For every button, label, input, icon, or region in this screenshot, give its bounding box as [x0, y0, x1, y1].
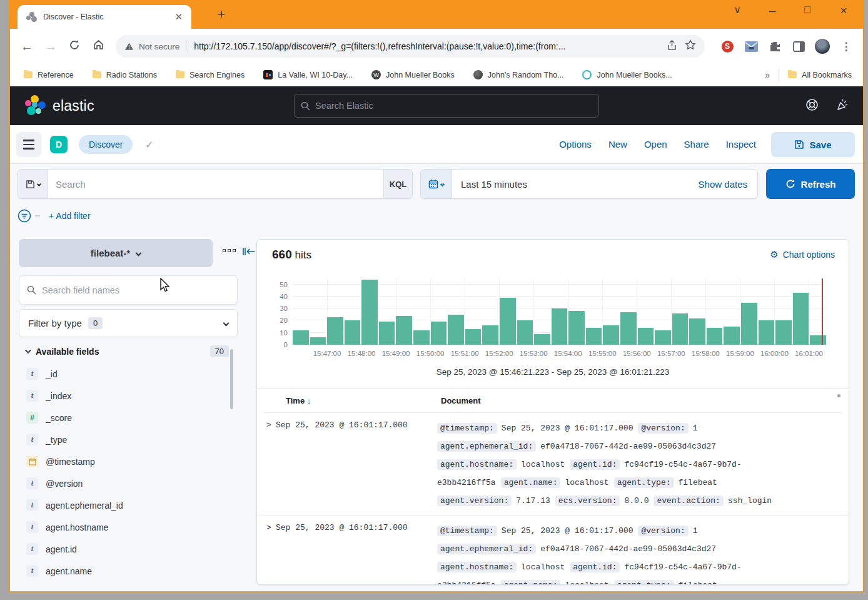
refresh-button[interactable]: Refresh: [766, 169, 855, 199]
filter-by-type[interactable]: Filter by type 0: [19, 309, 238, 337]
bookmarks-overflow-chevron[interactable]: »: [765, 70, 770, 80]
minimize-button[interactable]: –: [763, 4, 782, 18]
bookmark-star-icon[interactable]: [685, 39, 696, 53]
field-search[interactable]: [19, 275, 238, 305]
home-button[interactable]: [86, 39, 110, 54]
histogram-bar[interactable]: [379, 322, 395, 345]
histogram-bar[interactable]: [327, 317, 343, 345]
back-button[interactable]: ←: [15, 39, 39, 54]
histogram-bar[interactable]: [586, 328, 602, 345]
histogram-bar[interactable]: [568, 311, 585, 345]
share-icon[interactable]: [667, 40, 677, 53]
histogram-bar[interactable]: [810, 335, 826, 345]
space-badge[interactable]: D: [50, 136, 68, 153]
bookmark-item[interactable]: Search Engines: [176, 71, 245, 79]
histogram-bar[interactable]: [759, 320, 775, 345]
add-filter-button[interactable]: + Add filter: [49, 211, 91, 221]
field-item[interactable]: @timestamp: [19, 450, 231, 472]
field-item[interactable]: tagent.name: [19, 560, 231, 582]
bookmark-item[interactable]: John's Random Tho...: [473, 70, 564, 79]
histogram-bar[interactable]: [638, 328, 654, 345]
sort-descending-icon[interactable]: ↓: [307, 396, 311, 405]
menu-hamburger-icon[interactable]: [16, 132, 41, 157]
bookmark-item[interactable]: Reference: [24, 71, 74, 79]
histogram-bar[interactable]: [741, 303, 757, 345]
all-bookmarks[interactable]: All Bookmarks: [788, 71, 852, 79]
field-item[interactable]: tagent.id: [19, 538, 231, 560]
new-tab-button[interactable]: +: [213, 6, 230, 23]
histogram-bar[interactable]: [396, 316, 412, 345]
histogram-bar[interactable]: [793, 293, 809, 345]
chart-options-button[interactable]: ⚙ Chart options: [770, 249, 835, 260]
top-nav-link-share[interactable]: Share: [684, 139, 709, 150]
extension-mail-icon[interactable]: [739, 41, 763, 52]
field-item[interactable]: tagent.ephemeral_id: [19, 494, 231, 516]
browser-menu-icon[interactable]: ⋮: [834, 40, 858, 53]
histogram-bar[interactable]: [500, 298, 516, 345]
kql-search-input[interactable]: [48, 179, 383, 190]
show-dates-button[interactable]: Show dates: [699, 179, 757, 190]
histogram-bar[interactable]: [620, 312, 637, 345]
field-item[interactable]: tagent.hostname: [19, 516, 231, 538]
histogram-bar[interactable]: [534, 334, 550, 345]
elastic-logo[interactable]: elastic: [25, 95, 94, 116]
save-button[interactable]: Save: [771, 132, 855, 157]
expand-row-icon[interactable]: >: [257, 522, 276, 584]
reload-button[interactable]: [63, 39, 86, 54]
tab-close-icon[interactable]: ✕: [172, 11, 185, 23]
available-fields-header[interactable]: Available fields 70: [25, 345, 238, 357]
query-language-button[interactable]: KQL: [383, 170, 412, 198]
close-button[interactable]: ×: [834, 4, 853, 18]
extension-shield-icon[interactable]: S: [715, 41, 739, 53]
time-column-header[interactable]: Time ↓: [286, 396, 441, 405]
histogram-bar[interactable]: [603, 325, 619, 345]
histogram-bar[interactable]: [361, 280, 378, 345]
histogram-bar[interactable]: [655, 330, 671, 345]
top-nav-link-inspect[interactable]: Inspect: [726, 139, 756, 150]
global-search[interactable]: [294, 94, 599, 118]
sidebar-scrollbar[interactable]: [230, 349, 233, 409]
histogram-bar[interactable]: [413, 330, 430, 345]
histogram-bar[interactable]: [482, 325, 498, 345]
browser-tab[interactable]: Discover - Elastic ✕: [18, 5, 191, 29]
help-icon[interactable]: [805, 98, 819, 114]
top-nav-link-open[interactable]: Open: [644, 139, 667, 150]
field-search-input[interactable]: [42, 285, 204, 295]
field-item[interactable]: t@version: [19, 472, 231, 494]
collapse-sidebar-icon[interactable]: [243, 247, 255, 259]
histogram-bar[interactable]: [293, 330, 309, 345]
expand-row-icon[interactable]: >: [257, 419, 276, 510]
histogram-chart[interactable]: 01020304050: [293, 278, 826, 345]
histogram-bar[interactable]: [775, 320, 792, 345]
row-document[interactable]: @timestamp:Sep 25, 2023 @ 16:01:17.000@v…: [437, 419, 849, 510]
saved-queries-menu[interactable]: [18, 170, 48, 198]
bookmark-item[interactable]: WJohn Mueller Books: [371, 70, 455, 79]
histogram-bar[interactable]: [707, 328, 723, 345]
histogram-bar[interactable]: [517, 320, 533, 345]
histogram-bar[interactable]: [672, 313, 689, 345]
histogram-bar[interactable]: [552, 308, 568, 345]
address-bar[interactable]: Not secure http://172.105.7.150/app/disc…: [116, 35, 705, 58]
index-pattern-options-icon[interactable]: [223, 249, 236, 252]
extensions-puzzle-icon[interactable]: [763, 41, 787, 53]
breadcrumb-discover[interactable]: Discover: [79, 135, 133, 154]
table-scrollbar[interactable]: [837, 394, 840, 397]
maximize-button[interactable]: □: [798, 4, 817, 15]
field-item[interactable]: t_type: [19, 429, 231, 450]
histogram-bar[interactable]: [724, 327, 740, 345]
histogram-bar[interactable]: [465, 329, 482, 345]
histogram-bar[interactable]: [689, 318, 705, 345]
histogram-bar[interactable]: [448, 315, 464, 345]
tab-search-chevron-icon[interactable]: ∨: [728, 4, 747, 16]
not-secure-label[interactable]: Not secure: [139, 42, 179, 51]
field-item[interactable]: t_id: [19, 363, 231, 385]
quick-select-menu[interactable]: [421, 170, 452, 198]
global-search-input[interactable]: [315, 101, 577, 111]
field-item[interactable]: t_index: [19, 385, 231, 407]
forward-button[interactable]: →: [39, 39, 63, 54]
bookmark-item[interactable]: La Valle, WI 10-Day...: [263, 70, 353, 79]
field-item[interactable]: #_score: [19, 407, 231, 429]
index-pattern-select[interactable]: filebeat-*: [19, 239, 213, 267]
time-range-value[interactable]: Last 15 minutes: [452, 179, 699, 190]
bookmark-item[interactable]: John Mueller Books...: [582, 70, 672, 79]
